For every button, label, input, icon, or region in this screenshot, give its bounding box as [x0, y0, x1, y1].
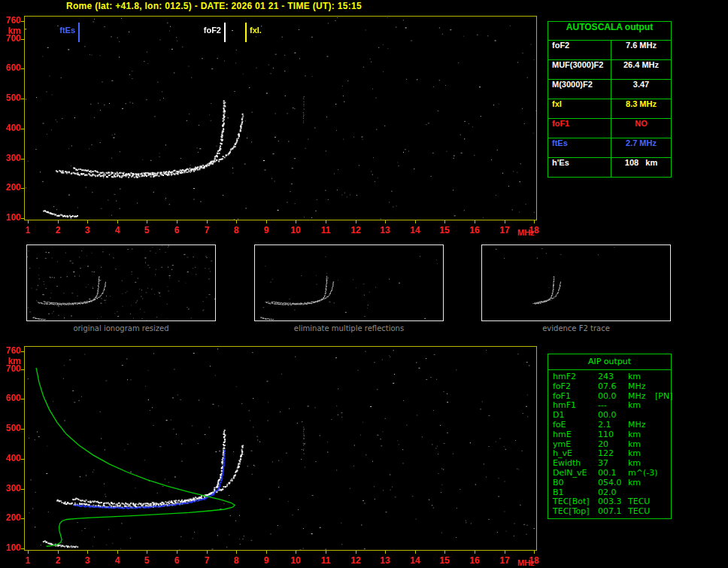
y-axis-tick-label: 600 [0, 63, 21, 73]
x-axis-tick-label: 9 [264, 226, 269, 235]
y-axis-tick-label: 600 [0, 393, 21, 403]
autoscala-row-value: 2.7 MHz [611, 138, 671, 157]
autoscala-row-label: h'Es [548, 157, 611, 177]
x-axis-tick-mark [505, 220, 505, 223]
aip-row-note [655, 497, 671, 507]
aip-row-unit: km [628, 478, 655, 488]
autoscala-row-value: 108 km [611, 157, 671, 177]
x-axis-tick-label: 9 [264, 556, 269, 565]
marker-line-fxI [245, 23, 247, 42]
x-axis-tick-label: 7 [205, 556, 210, 565]
x-axis-tick-label: 8 [234, 556, 239, 565]
y-axis-tick-label: 400 [0, 123, 21, 133]
x-axis-tick-label: 14 [410, 226, 420, 235]
marker-line-foF2 [224, 23, 226, 42]
aip-row-unit: km [628, 401, 655, 411]
aip-row-unit: km [628, 430, 655, 440]
x-axis-tick-mark [58, 220, 59, 223]
station-date-title: Rome (lat: +41.8, lon: 012.5) - DATE: 20… [66, 1, 362, 11]
x-axis-tick-mark [385, 551, 386, 554]
marker-label-ftEs: ftEs [43, 26, 75, 35]
y-axis-tick-label: 400 [0, 454, 21, 463]
x-axis-tick-label: 6 [174, 556, 180, 565]
x-axis-tick-mark [236, 220, 237, 223]
x-axis-tick-label: 12 [350, 556, 360, 565]
x-axis-tick-mark [266, 220, 267, 223]
aip-row-label: hmF2 [553, 372, 598, 382]
aip-table-row: foF207.6MHz [553, 382, 671, 392]
x-axis-tick-mark [475, 551, 475, 554]
aip-table-row: B0054.0km [553, 478, 671, 488]
x-axis-tick-label: 17 [499, 226, 509, 235]
x-axis-tick-mark [356, 551, 356, 554]
y-axis-tick-mark [21, 518, 25, 519]
y-axis-tick-label: 200 [0, 513, 21, 523]
y-axis-tick-label: 760 [0, 346, 21, 356]
aip-row-unit: MHz [628, 382, 655, 392]
aip-table-row: D100.0 [553, 411, 671, 421]
y-axis-tick-mark [21, 489, 25, 490]
thumbnail-f2-evidence [481, 245, 671, 321]
aip-row-value: 2.1 [598, 421, 628, 430]
y-axis-tick-mark [21, 369, 25, 370]
aip-row-note [655, 459, 671, 469]
x-axis-tick-label: 4 [115, 556, 120, 565]
x-axis-tick-mark [147, 220, 147, 223]
x-axis-tick-mark [385, 220, 386, 223]
thumbnail-canvas-original [27, 245, 215, 320]
thumbnail-canvas-filtered [255, 245, 443, 320]
y-axis-tick-mark [21, 39, 25, 40]
x-axis-tick-mark [87, 551, 88, 554]
x-axis-tick-mark [28, 551, 29, 554]
autoscala-row-value: 8.3 MHz [611, 99, 671, 118]
y-axis-tick-mark [21, 159, 25, 159]
aip-row-note [655, 440, 671, 450]
y-axis-tick-mark [21, 548, 25, 549]
aip-row-value: 00.1 [598, 469, 628, 478]
thumbnail-filtered-ionogram [254, 245, 444, 321]
ionogram-plot-bottom [24, 346, 537, 551]
x-axis-tick-label: 13 [380, 226, 390, 235]
y-axis-tick-mark [21, 68, 25, 69]
aip-row-note [655, 401, 671, 411]
x-axis-tick-label: 5 [144, 556, 150, 565]
x-axis-tick-mark [207, 551, 208, 554]
ionogram-canvas-top [25, 17, 536, 220]
aip-table-row: hmF2243km [553, 372, 671, 382]
autoscala-output-table: AUTOSCALA output foF27.6 MHzMUF(3000)F22… [548, 21, 672, 178]
aip-table-row: DelN_vE00.1m^(-3) [553, 469, 671, 478]
x-axis-tick-label: 6 [174, 226, 180, 235]
aip-output-table: AIP output hmF2243kmfoF207.6MHzfoF100.0M… [548, 354, 672, 519]
aip-row-note [655, 488, 671, 498]
x-axis-tick-label: 7 [205, 226, 210, 235]
x-axis-tick-mark [415, 551, 416, 554]
x-axis-tick-mark [58, 551, 59, 554]
x-axis-tick-label: 1 [26, 226, 31, 235]
ionogram-canvas-bottom [25, 347, 536, 550]
x-axis-tick-mark [117, 551, 118, 554]
autoscala-row-value: 26.4 MHz [611, 59, 671, 79]
y-axis-tick-mark [21, 399, 25, 399]
aip-row-note [655, 449, 671, 459]
y-axis-tick-mark [21, 218, 25, 219]
x-axis-tick-mark [296, 551, 296, 554]
y-axis-tick-mark [21, 129, 25, 129]
aip-row-unit: km [628, 372, 655, 382]
y-axis-tick-label: 300 [0, 484, 21, 494]
autoscala-row-label: MUF(3000)F2 [548, 59, 611, 79]
aip-row-note [655, 372, 671, 382]
aip-row-label: foE [553, 421, 598, 430]
x-axis-tick-mark [415, 220, 416, 223]
thumbnail-caption-filtered: eliminate multiple reflections [254, 324, 444, 333]
autoscala-app-window: Rome (lat: +41.8, lon: 012.5) - DATE: 20… [0, 0, 728, 568]
thumbnail-caption-original: original ionogram resized [26, 324, 216, 333]
aip-table-title: AIP output [548, 354, 671, 370]
x-axis-tick-mark [505, 551, 505, 554]
x-axis-tick-label: 11 [321, 556, 331, 565]
x-axis-tick-label: 3 [85, 556, 90, 565]
thumbnail-original-ionogram [26, 245, 216, 321]
x-axis-tick-mark [326, 220, 326, 223]
x-axis-tick-label: 15 [439, 556, 449, 565]
x-axis-tick-mark [28, 220, 29, 223]
y-axis-tick-mark [21, 21, 25, 22]
